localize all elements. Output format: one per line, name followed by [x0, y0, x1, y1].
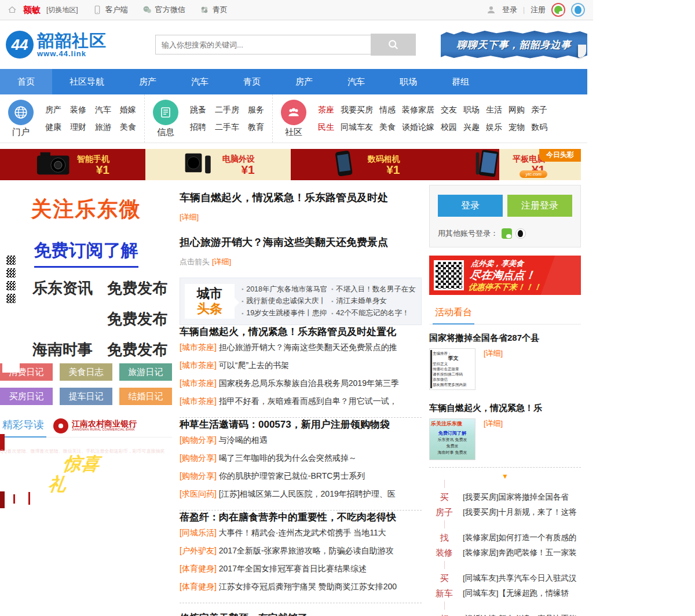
- subnav-link[interactable]: 健康: [45, 122, 61, 133]
- news-item[interactable]: [城市茶座]担心旅游开销大？海南这些美翻天还免费景点的推: [180, 342, 397, 352]
- subnav-link[interactable]: 装修家居: [402, 105, 434, 115]
- subnav-link[interactable]: 我要买房: [341, 105, 373, 115]
- subnav-link[interactable]: 汽车: [95, 105, 111, 115]
- deal-segment-1[interactable]: 电脑外设¥1: [145, 149, 291, 180]
- subnav-link[interactable]: 婚嫁: [120, 105, 136, 115]
- register-login-button[interactable]: 注册登录: [507, 195, 572, 217]
- activity-item-title[interactable]: 国家将撤掉全国各省287个县: [429, 333, 581, 344]
- subnav-link[interactable]: 兴趣: [463, 122, 480, 133]
- news-headline[interactable]: 车辆自燃起火，情况紧急！乐东路管员及时处置化: [180, 326, 396, 337]
- subnav-group-label[interactable]: 社区: [285, 127, 302, 138]
- activity-thumbnail[interactable]: 乐关注乐东微免费订阅了解乐东资讯 免费发免费发海南时事 免费发: [429, 418, 475, 460]
- story-title[interactable]: 担心旅游开销大？海南这些美翻天还免费景点: [180, 236, 388, 248]
- wechat-login-icon[interactable]: [551, 3, 565, 17]
- quick-link[interactable]: [我要买房]十月新规，来了！这将: [463, 508, 577, 516]
- home-icon[interactable]: [7, 5, 17, 15]
- story-title[interactable]: 车辆自燃起火，情况紧急！乐东路管员及时处: [180, 192, 388, 203]
- newspaper-icon[interactable]: [153, 100, 178, 125]
- news-item[interactable]: [城市茶座]指甲不好看，灰暗难看而感到自卑？用它试一试，: [180, 396, 397, 406]
- ledong-promo-ad[interactable]: 关注乐东微 免费订阅了解 乐东资讯免费发布免费发布海南时事免费发布: [0, 195, 172, 360]
- deal-segment-2[interactable]: 数码相机¥1: [291, 149, 436, 180]
- register-link[interactable]: 注册: [531, 5, 546, 15]
- deal-segment-0[interactable]: 智能手机¥1: [0, 149, 145, 180]
- login-link[interactable]: 登录: [502, 5, 517, 15]
- switch-region-link[interactable]: [切换地区]: [46, 5, 78, 15]
- news-item[interactable]: [购物分享]喝了三年咖啡的我为什么会突然戒掉～: [180, 453, 357, 462]
- subnav-link[interactable]: 数码: [531, 122, 547, 133]
- subnav-link[interactable]: 谈婚论嫁: [402, 122, 434, 133]
- diary-button[interactable]: 提车日记: [60, 388, 112, 405]
- globe-icon[interactable]: [8, 100, 34, 125]
- subnav-link[interactable]: 同城车友: [341, 122, 373, 133]
- nav-item-8[interactable]: 群组: [434, 69, 487, 94]
- takeout-ad[interactable]: 点外卖，享美食 尽在淘点点！ 优惠停不下来！！！: [429, 256, 581, 295]
- wechat-official-link[interactable]: 官方微信: [142, 5, 185, 15]
- news-item[interactable]: [体育健身]江苏女排夺冠后龚翔宇痛哭 赞助商奖江苏女排200: [180, 582, 397, 591]
- quick-link[interactable]: [我要买房]国家将撤掉全国各省: [463, 493, 569, 501]
- people-icon[interactable]: [281, 100, 306, 125]
- activity-thumbnail[interactable]: 主编推荐：李文坚持正义传播社会正能量请长按扫描二维码添加微信朋友圈有更多国内新: [429, 348, 475, 390]
- partial-headline[interactable]: 修炼完美天鹅颈，有它就够了: [180, 611, 422, 616]
- subnav-link[interactable]: 生活: [486, 105, 502, 115]
- detail-link[interactable]: [详细]: [212, 257, 231, 266]
- subnav-link[interactable]: 校园: [441, 122, 457, 133]
- detail-link[interactable]: [详细]: [484, 348, 503, 359]
- subnav-link[interactable]: 房产: [45, 105, 61, 115]
- quick-link[interactable]: [同城车友]共享汽车今日入驻武汉: [463, 574, 577, 582]
- nav-item-5[interactable]: 房产: [278, 69, 330, 94]
- subnav-link[interactable]: 美食: [120, 122, 136, 133]
- diary-button[interactable]: 旅游日记: [119, 363, 172, 381]
- wechat-login-icon[interactable]: [502, 228, 512, 239]
- nav-item-2[interactable]: 房产: [122, 69, 174, 94]
- news-item[interactable]: [城市茶座]可以“爬”上去的书架: [180, 360, 289, 370]
- slogan-banner-ad[interactable]: 聊聊天下事，韶韶身边事: [441, 30, 587, 60]
- detail-link[interactable]: [详细]: [180, 213, 199, 221]
- site-logo[interactable]: 44 韶韶社区 www.44.link: [6, 31, 149, 59]
- subnav-link[interactable]: 理财: [70, 122, 86, 133]
- login-button[interactable]: 登录: [438, 195, 503, 217]
- news-item[interactable]: [户外驴友]2017全新版-张家界旅游攻略，防骗必读自助游攻: [180, 546, 394, 555]
- news-headline[interactable]: 种草生活邀请码：000573，新用户注册领购物袋: [180, 419, 390, 430]
- nav-item-0[interactable]: 首页: [0, 69, 52, 94]
- news-headline[interactable]: 蓓盈纤：肉在膳食营养中的重要性，不吃肉老得快: [180, 512, 396, 523]
- headline-link[interactable]: ▪2018年广东各地市落马官: [242, 283, 327, 296]
- subnav-link[interactable]: 宠物: [509, 122, 525, 133]
- search-input[interactable]: [155, 35, 371, 54]
- nav-item-4[interactable]: 青页: [226, 69, 278, 94]
- subnav-link[interactable]: 装修: [70, 105, 86, 115]
- nav-item-3[interactable]: 汽车: [174, 69, 226, 94]
- deal-segment-3[interactable]: 平板电脑¥1今日头彩ytc.com: [436, 149, 581, 180]
- subnav-link[interactable]: 美食: [379, 122, 396, 133]
- headline-link[interactable]: ▪不堪入目！数名男子在女: [331, 283, 416, 296]
- diary-button[interactable]: 买房日记: [0, 388, 53, 405]
- subnav-link[interactable]: 职场: [463, 105, 480, 115]
- register-gift-ad[interactable]: QQ首次登陆、微博首次登陆、微信关注、手机注册全都送彩币，彩币可直接抽奖 注册有…: [0, 434, 172, 508]
- subnav-link[interactable]: 招聘: [190, 122, 206, 133]
- subnav-link[interactable]: 茶座: [318, 105, 334, 115]
- bank-logo[interactable]: 江南农村商业银行 JIANGNAN RURAL COMMERCIAL BANK: [53, 418, 137, 433]
- nav-item-7[interactable]: 职场: [382, 69, 434, 94]
- subnav-group-label[interactable]: 信息: [157, 127, 174, 138]
- subnav-link[interactable]: 网购: [509, 105, 525, 115]
- qingye-link[interactable]: 青页: [199, 5, 228, 15]
- subnav-link[interactable]: 亲子: [531, 105, 547, 115]
- quick-link[interactable]: [装修家居]奔跑吧装修！五一家装: [463, 548, 577, 557]
- region-link[interactable]: 额敏: [23, 5, 41, 16]
- news-item[interactable]: [体育健身]2017年全国女排冠军赛首日比赛结果综述: [180, 564, 367, 573]
- qq-login-icon[interactable]: [515, 228, 526, 239]
- subnav-group-label[interactable]: 门户: [12, 127, 30, 138]
- subnav-link[interactable]: 交友: [441, 105, 457, 115]
- subnav-link[interactable]: 情感: [379, 105, 396, 115]
- quick-link[interactable]: [装修家居]如何打造一个有质感的: [463, 533, 577, 542]
- subnav-link[interactable]: 旅游: [95, 122, 111, 133]
- subnav-link[interactable]: 二手房: [215, 105, 239, 115]
- headline-link[interactable]: ▪42个不能忘记的名字！: [331, 307, 416, 319]
- subnav-link[interactable]: 跳蚤: [190, 105, 206, 115]
- news-item[interactable]: [城市茶座]国家税务总局乐东黎族自治县税务局2019年第三季: [180, 378, 399, 388]
- quick-link[interactable]: [同城车友]【无缘超跑，情缘轿: [463, 589, 569, 597]
- news-item[interactable]: [购物分享]与泠喝的相遇: [180, 435, 268, 444]
- subnav-link[interactable]: 娱乐: [486, 122, 502, 133]
- news-item[interactable]: [购物分享]你的肌肤护理管家已就位-BRTC男士系列: [180, 471, 365, 480]
- subnav-link[interactable]: 服务: [248, 105, 264, 115]
- nav-item-1[interactable]: 社区导航: [52, 69, 122, 94]
